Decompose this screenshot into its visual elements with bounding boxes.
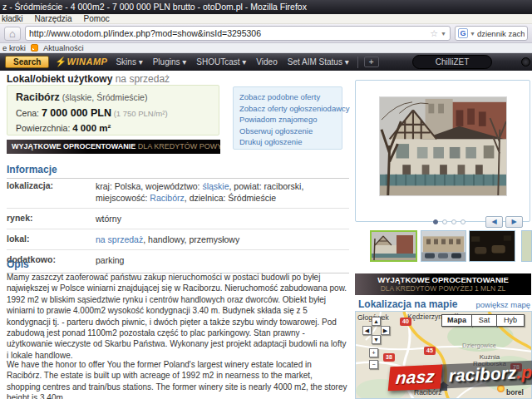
map-label: Dziergowice xyxy=(462,342,496,349)
promo-banner-sidebar[interactable]: WYJĄTKOWE OPROCENTOWANIE DLA KREDYTÓW PO… xyxy=(355,273,531,295)
map-type-hyb-button[interactable]: Hyb xyxy=(496,314,525,327)
watermark-raciborz-pl: raciborz.pl xyxy=(441,360,532,389)
search-engine-dropdown-icon[interactable]: ▼ xyxy=(470,31,475,37)
winamp-bolt-icon: ⚡ xyxy=(55,57,66,66)
info-text: miejscowość: xyxy=(96,193,150,203)
url-bar[interactable]: ☆ ▼ xyxy=(25,26,451,41)
map-type-sat-button[interactable]: Sat xyxy=(471,314,497,327)
search-box[interactable]: G ▼ xyxy=(455,26,528,41)
main-property-photo[interactable] xyxy=(379,96,507,196)
enlarge-map-link[interactable]: powiększ mapę xyxy=(464,300,530,309)
info-row: lokalizacja:kraj: Polska, województwo: ś… xyxy=(7,176,349,209)
description-english: We have the honor to offer You the forme… xyxy=(7,359,347,399)
thumbnail-photo-2[interactable] xyxy=(421,230,466,262)
map-type-mapa-button[interactable]: Mapa xyxy=(441,314,472,327)
info-value: na sprzedaż, handlowy, przemysłowy xyxy=(96,234,239,245)
info-table: lokalizacja:kraj: Polska, województwo: ś… xyxy=(7,176,349,270)
info-value: kraj: Polska, województwo: śląskie, powi… xyxy=(96,180,303,204)
info-row: lokal:na sprzedaż, handlowy, przemysłowy xyxy=(7,229,349,250)
winamp-station-display[interactable]: ChilliZET xyxy=(412,55,492,69)
window-title: z - Śródmieście - 4 000m2 - 7 000 000 PL… xyxy=(2,2,307,12)
winamp-menu: Skins ▾Plugins ▾SHOUTcast ▾VideoSet AIM … xyxy=(113,57,351,66)
info-link[interactable]: na sprzedaż xyxy=(96,234,143,244)
map-pan-right-button[interactable]: ▶ xyxy=(381,326,390,335)
toolbar-divider xyxy=(357,57,358,68)
action-link[interactable]: Zobacz oferty ogłoszeniodawcy xyxy=(239,103,336,115)
offer-city: Racibórz xyxy=(16,91,60,103)
gallery-page-dots xyxy=(433,219,466,224)
map-zoom-out-button[interactable]: − xyxy=(369,360,378,369)
bookmarks-bar: e kroki Aktualności xyxy=(0,43,532,53)
price-label: Cena: xyxy=(16,108,42,118)
area-label: Powierzchnia: xyxy=(16,123,72,133)
price-per-m2: (1 750 PLN/m²) xyxy=(111,109,168,118)
map-zoom-in-button[interactable]: + xyxy=(369,348,378,357)
map-pan-up-button[interactable]: ▲ xyxy=(372,317,381,326)
winamp-menu-skins[interactable]: Skins ▾ xyxy=(113,57,145,66)
promo-banner[interactable]: WYJĄTKOWE OPROCENTOWANIE DLA KREDYTÓW PO… xyxy=(7,140,220,154)
action-link[interactable]: Drukuj ogłoszenie xyxy=(239,136,336,148)
info-text: wtórny xyxy=(96,214,121,224)
info-text: kraj: Polska, województwo: xyxy=(96,181,202,191)
road-sign: 45 xyxy=(424,347,436,355)
map-pan-left-button[interactable]: ◀ xyxy=(362,326,372,335)
thumbnail-photo-3[interactable] xyxy=(469,230,515,262)
map-label: borel xyxy=(506,388,524,397)
menu-item-pomoc[interactable]: Pomoc xyxy=(84,14,110,23)
gallery-next-button[interactable]: ▶ xyxy=(505,216,523,228)
winamp-menu-shoutcast[interactable]: SHOUTcast ▾ xyxy=(194,57,249,66)
photo-gallery-box xyxy=(355,80,530,222)
winamp-menu-plugins[interactable]: Plugins ▾ xyxy=(150,57,190,66)
offer-actions-box: Zobacz podobne ofertyZobacz oferty ogłos… xyxy=(233,86,342,150)
bookmark-item-kroki[interactable]: e kroki xyxy=(2,43,26,52)
bookmark-star-icon[interactable]: ☆ xyxy=(430,28,438,39)
info-value: wtórny xyxy=(96,213,121,224)
road-sign: 40 xyxy=(400,318,411,326)
map-section-title: Lokalizacja na mapie xyxy=(358,298,457,310)
url-dropdown-icon[interactable]: ▼ xyxy=(441,31,446,37)
window-titlebar[interactable]: z - Śródmieście - 4 000m2 - 7 000 000 PL… xyxy=(0,0,532,14)
description-polish: Mamy zaszczyt zaoferować państwu zakup n… xyxy=(7,272,347,361)
info-link[interactable]: Racibórz xyxy=(150,193,184,203)
winamp-volume-icon[interactable] xyxy=(521,57,530,66)
winamp-search-button[interactable]: Search xyxy=(5,56,49,68)
offer-price: 7 000 000 PLN xyxy=(42,107,111,119)
navigation-bar: ⌂ ☆ ▼ G ▼ xyxy=(0,24,532,43)
gallery-prev-button[interactable]: ◀ xyxy=(485,216,503,228)
info-text: , dzielnica: Śródmieście xyxy=(185,193,276,203)
winamp-add-button[interactable]: + xyxy=(364,57,379,67)
menu-item-zakladki[interactable]: kładki xyxy=(2,14,23,23)
url-input[interactable] xyxy=(29,28,427,38)
menu-item-narzedzia[interactable]: Narzędzia xyxy=(35,14,72,23)
winamp-toolbar: Search ⚡WINAMP Skins ▾Plugins ▾SHOUTcast… xyxy=(0,53,532,71)
gallery-dot-active[interactable] xyxy=(433,219,438,224)
winamp-menu-video[interactable]: Video xyxy=(254,57,279,66)
gallery-dot[interactable] xyxy=(442,219,447,224)
info-label: lokalizacja: xyxy=(7,180,96,204)
info-link[interactable]: śląskie xyxy=(202,181,229,191)
menu-bar: kładki Narzędzia Pomoc xyxy=(0,14,532,24)
info-label: lokal: xyxy=(7,234,96,245)
info-row: rynek:wtórny xyxy=(7,209,349,229)
home-icon[interactable]: ⌂ xyxy=(4,27,21,41)
offer-region: (śląskie, Śródmieście) xyxy=(60,92,148,102)
gallery-dot[interactable] xyxy=(451,219,456,224)
browser-window: z - Śródmieście - 4 000m2 - 7 000 000 PL… xyxy=(0,0,532,399)
thumbnail-photo-1[interactable] xyxy=(370,230,417,262)
page-title: Lokal/obiekt użytkowy na sprzedaż xyxy=(7,73,170,85)
winamp-menu-set-aim-status[interactable]: Set AIM Status ▾ xyxy=(285,57,352,66)
info-label: rynek: xyxy=(7,213,96,224)
watermark-nasz: nasz xyxy=(388,364,442,391)
gallery-dot[interactable] xyxy=(461,219,466,224)
info-text: , powiat: raciborski, xyxy=(229,181,304,191)
search-input[interactable] xyxy=(477,29,525,38)
thumbnail-photo-4-partial[interactable] xyxy=(521,230,532,262)
bookmark-item-aktualnosci[interactable]: Aktualności xyxy=(43,43,84,52)
road-sign: 38 xyxy=(383,353,395,362)
google-icon: G xyxy=(458,28,468,38)
action-link[interactable]: Zobacz podobne oferty xyxy=(239,91,336,103)
action-link[interactable]: Obserwuj ogłoszenie xyxy=(239,126,336,137)
action-link[interactable]: Powiadom znajomego xyxy=(239,114,336,126)
offer-summary-box: Racibórz (śląskie, Śródmieście) Cena: 7 … xyxy=(7,85,219,135)
map-pan-down-button[interactable]: ▼ xyxy=(372,335,381,344)
